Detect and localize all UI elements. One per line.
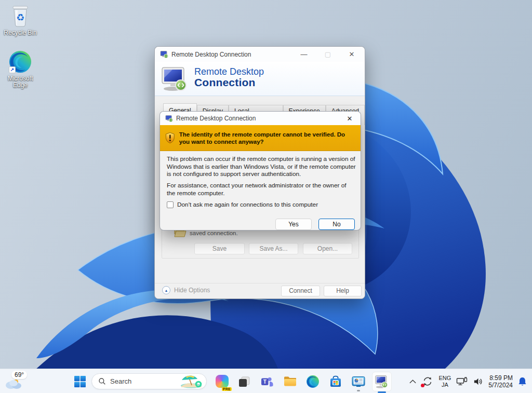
language-switcher[interactable]: ENG JA (436, 371, 454, 392)
teams-button[interactable]: T (256, 370, 278, 393)
network-icon (456, 376, 468, 386)
edge-icon (306, 375, 320, 388)
system-panel-icon (352, 375, 365, 388)
dont-ask-again-label: Don't ask me again for connections to th… (177, 201, 318, 208)
desktop: ♻ Recycle Bin ↗ Microsoft Edge (0, 0, 532, 393)
search-placeholder: Search (110, 377, 175, 385)
close-button[interactable]: ✕ (344, 50, 360, 58)
task-view-button[interactable] (233, 370, 256, 393)
clock-date: 5/7/2024 (488, 382, 513, 389)
desktop-icon-recycle-bin[interactable]: ♻ Recycle Bin (1, 4, 39, 36)
microsoft-store-button[interactable] (324, 370, 347, 393)
clock-time: 8:59 PM (489, 374, 513, 382)
svg-text:♻: ♻ (16, 12, 24, 23)
language-secondary: JA (442, 382, 448, 388)
recycle-bin-icon: ♻ (10, 4, 31, 28)
save-as-button[interactable]: Save As... (249, 243, 298, 254)
task-view-icon (238, 375, 250, 388)
desktop-icon-label: Recycle Bin (4, 30, 36, 36)
rdp-icon (165, 115, 173, 123)
shortcut-arrow-icon: ↗ (9, 66, 16, 73)
show-hidden-icons-button[interactable] (406, 371, 419, 392)
start-icon (74, 375, 86, 388)
taskbar: 69° (0, 369, 532, 393)
volume-button[interactable] (470, 371, 486, 392)
connect-button[interactable]: Connect (281, 286, 320, 296)
active-app-indicator (378, 391, 386, 393)
identity-warning-dialog: Remote Desktop Connection ✕ The identity… (159, 111, 361, 231)
edge-button[interactable] (301, 370, 324, 393)
hide-options-label: Hide Options (174, 287, 210, 294)
copilot-icon (216, 375, 229, 388)
warning-shield-icon (165, 130, 175, 146)
dialog-title: Remote Desktop Connection (176, 115, 256, 122)
minimize-button[interactable]: — (296, 50, 312, 58)
copilot-pre-badge: PRE (222, 387, 232, 391)
language-primary: ENG (438, 375, 451, 382)
desktop-icon-microsoft-edge[interactable]: ↗ Microsoft Edge (1, 50, 39, 89)
update-pending-button[interactable] (419, 371, 436, 392)
rdp-window-title: Remote Desktop Connection (171, 51, 251, 58)
file-explorer-icon (283, 374, 297, 388)
help-button[interactable]: Help (324, 286, 362, 296)
search-icon (98, 377, 106, 385)
brand-line-1: Remote Desktop (194, 66, 264, 77)
dialog-paragraph-1: This problem can occur if the remote com… (167, 155, 356, 178)
rdp-window-titlebar[interactable]: Remote Desktop Connection — ▢ ✕ (155, 47, 365, 62)
volume-icon (473, 377, 484, 386)
rdp-icon (160, 50, 168, 59)
widgets-weather-button[interactable]: 69° (3, 370, 36, 392)
chevron-up-circle-icon: ▲ (162, 286, 170, 294)
copilot-button[interactable]: PRE (211, 370, 233, 393)
file-explorer-button[interactable] (278, 370, 301, 393)
chevron-up-icon (409, 379, 417, 384)
yes-button[interactable]: Yes (275, 219, 312, 230)
warning-heading: The identity of the remote computer cann… (179, 131, 355, 145)
rdp-taskbar-button[interactable] (372, 372, 392, 391)
dont-ask-again-row: Don't ask me again for connections to th… (167, 201, 318, 208)
system-panel-button[interactable] (347, 370, 370, 393)
no-button[interactable]: No (318, 219, 355, 230)
temperature-badge: 69° (11, 371, 27, 379)
start-button[interactable] (70, 370, 90, 393)
warning-banner: The identity of the remote computer cann… (160, 125, 361, 151)
dialog-close-button[interactable]: ✕ (344, 115, 355, 123)
running-indicator (357, 390, 360, 391)
maximize-button[interactable]: ▢ (320, 50, 336, 58)
dont-ask-again-checkbox[interactable] (167, 201, 174, 208)
notification-bell-button[interactable] (515, 371, 530, 392)
rdp-footer: ▲ Hide Options Connect Help (155, 283, 365, 299)
svg-text:T: T (263, 379, 267, 385)
store-icon (329, 375, 342, 388)
network-button[interactable] (454, 371, 470, 392)
search-box[interactable]: Search (91, 373, 207, 389)
hide-options-button[interactable]: ▲ Hide Options (162, 286, 210, 294)
open-button[interactable]: Open... (303, 243, 352, 254)
connection-settings-partial-text: saved connection. (190, 230, 238, 236)
rdp-header-banner: Remote Desktop Connection (155, 62, 365, 96)
teams-icon: T (260, 375, 274, 388)
dialog-paragraph-2: For assistance, contact your network adm… (167, 182, 356, 197)
beach-art (179, 375, 203, 388)
update-alert-dot (421, 384, 424, 387)
save-button[interactable]: Save (194, 243, 245, 254)
rdp-logo-icon (161, 66, 190, 91)
desktop-icon-label: Microsoft Edge (2, 75, 38, 89)
rdp-icon (375, 374, 389, 389)
notification-bell-icon (517, 376, 527, 387)
dialog-titlebar[interactable]: Remote Desktop Connection ✕ (160, 112, 361, 125)
clock[interactable]: 8:59 PM 5/7/2024 (486, 371, 515, 392)
brand-line-2: Connection (194, 77, 264, 88)
